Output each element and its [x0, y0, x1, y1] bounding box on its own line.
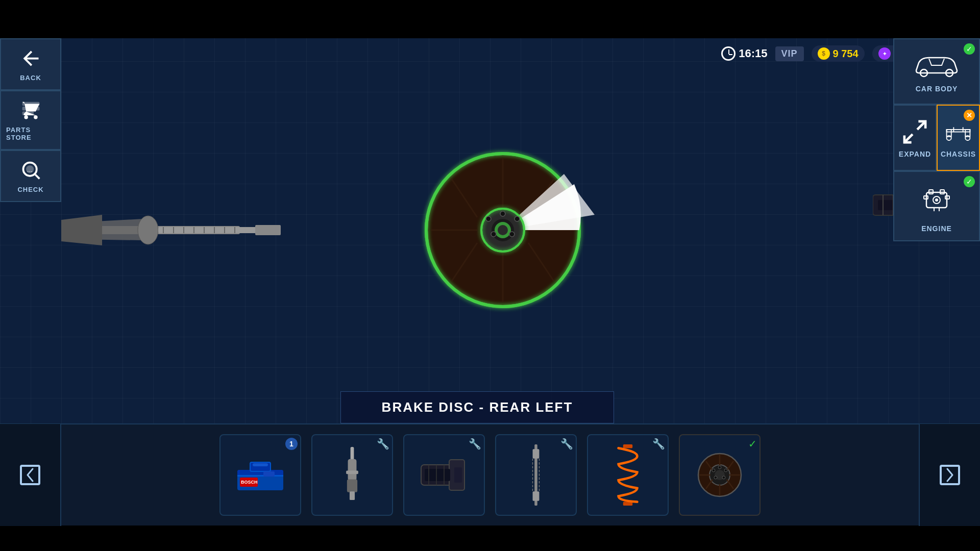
back-label: BACK [20, 74, 41, 82]
left-sidebar: BACK PARTS STORE ... CHECK [0, 38, 61, 202]
parts-bar: 1 BOSCH 🔧 [0, 423, 980, 525]
svg-rect-0 [22, 102, 39, 106]
bottom-bar [0, 525, 980, 551]
spring-icon [612, 444, 643, 506]
svg-rect-88 [533, 491, 540, 500]
check-button[interactable]: ... CHECK [0, 150, 61, 202]
svg-line-4 [35, 174, 39, 179]
top-bar [0, 0, 980, 38]
svg-rect-73 [263, 471, 275, 477]
svg-rect-78 [346, 471, 358, 474]
gold-coin-icon: $ [818, 47, 830, 60]
svg-point-55 [514, 216, 520, 221]
svg-point-106 [722, 476, 725, 479]
shock-absorber-icon [342, 447, 362, 503]
driveshaft-tool-icon: 🔧 [560, 438, 573, 450]
header: 16:15 VIP $ 9 754 ✦ 95 0 [0, 38, 980, 69]
brake-disc-wrapper [406, 133, 600, 329]
toolbox-icon: BOSCH [235, 457, 286, 493]
car-body-badge: ✓ [964, 43, 975, 55]
svg-point-58 [486, 216, 491, 221]
svg-point-26 [935, 198, 938, 202]
brake-disc-svg [406, 133, 600, 327]
back-icon [19, 47, 42, 70]
part-name-text: BRAKE DISC - REAR LEFT [382, 399, 573, 415]
svg-rect-77 [350, 491, 355, 500]
svg-point-54 [500, 211, 505, 216]
svg-rect-74 [351, 447, 354, 460]
purple-coin-icon: ✦ [878, 47, 891, 60]
svg-rect-38 [255, 225, 281, 235]
axle-visual [61, 199, 281, 263]
engine-button[interactable]: ✓ ENGINE [893, 171, 980, 241]
chassis-label: CHASSIS [941, 150, 976, 158]
brake-disc-part-icon [694, 449, 745, 500]
parts-store-icon [19, 99, 42, 122]
brake-disc-check-icon: ✓ [748, 438, 757, 450]
part-item-toolbox[interactable]: 1 BOSCH [219, 434, 301, 516]
expand-label: EXPAND [899, 150, 931, 158]
svg-rect-87 [533, 449, 540, 458]
back-button[interactable]: BACK [0, 38, 61, 90]
svg-rect-2 [22, 111, 34, 115]
chassis-badge: ✕ [964, 110, 975, 121]
driveshaft-icon [528, 444, 544, 506]
svg-rect-76 [347, 479, 357, 492]
svg-rect-91 [623, 444, 632, 448]
svg-text:BOSCH: BOSCH [241, 480, 258, 485]
svg-point-107 [714, 476, 717, 479]
car-body-button[interactable]: ✓ CAR BODY [893, 38, 980, 105]
svg-rect-71 [253, 463, 268, 466]
timer-display: 16:15 [721, 46, 767, 61]
part-item-caliper[interactable]: 🔧 [403, 434, 485, 516]
parts-prev-button[interactable] [0, 424, 61, 526]
svg-point-108 [712, 469, 715, 472]
check-icon: ... [19, 159, 42, 182]
part-item-driveshaft[interactable]: 🔧 [495, 434, 577, 516]
svg-point-105 [724, 469, 727, 472]
part-item-spring[interactable]: 🔧 [587, 434, 669, 516]
svg-point-104 [718, 466, 721, 469]
toolbox-badge: 1 [285, 438, 298, 450]
svg-text:...: ... [27, 166, 33, 173]
svg-point-53 [498, 225, 508, 235]
timer-value: 16:15 [739, 47, 767, 60]
svg-rect-75 [348, 459, 357, 481]
prev-arrow [20, 465, 40, 485]
svg-line-9 [917, 121, 925, 129]
shock-tool-icon: 🔧 [377, 438, 389, 450]
spring-tool-icon: 🔧 [652, 438, 665, 450]
svg-point-57 [491, 232, 496, 237]
parts-next-button[interactable] [919, 424, 980, 526]
expand-chassis-row: EXPAND ✕ CHASSIS [893, 105, 980, 171]
expand-icon [901, 118, 929, 146]
gold-amount: 9 754 [833, 48, 859, 60]
caliper-part-icon [419, 455, 470, 495]
check-label: CHECK [17, 186, 43, 193]
svg-rect-82 [454, 467, 462, 483]
svg-point-28 [138, 216, 158, 244]
engine-badge: ✓ [964, 176, 975, 187]
caliper-tool-icon: 🔧 [469, 438, 481, 450]
part-name-banner: BRAKE DISC - REAR LEFT [61, 391, 893, 423]
expand-button[interactable]: EXPAND [893, 105, 937, 171]
svg-line-10 [904, 134, 913, 142]
part-item-shock[interactable]: 🔧 [311, 434, 393, 516]
car-body-label: CAR BODY [916, 85, 958, 93]
right-sidebar: ✓ CAR BODY EXPAND ✕ [893, 38, 980, 241]
main-area [61, 38, 893, 423]
engine-icon [916, 180, 957, 220]
svg-rect-1 [22, 107, 39, 111]
parts-store-button[interactable]: PARTS STORE [0, 90, 61, 150]
next-arrow-icon [945, 467, 955, 483]
chassis-button[interactable]: ✕ CHASSIS [937, 105, 980, 171]
chassis-icon [944, 118, 972, 146]
parts-store-label: PARTS STORE [6, 126, 55, 141]
part-name-box: BRAKE DISC - REAR LEFT [340, 391, 615, 423]
prev-arrow-icon [25, 467, 35, 483]
part-item-brake-disc[interactable]: ✓ [679, 434, 761, 516]
gold-currency: $ 9 754 [812, 45, 865, 62]
car-body-icon [911, 50, 962, 81]
engine-label: ENGINE [921, 224, 952, 233]
clock-icon [721, 46, 736, 61]
